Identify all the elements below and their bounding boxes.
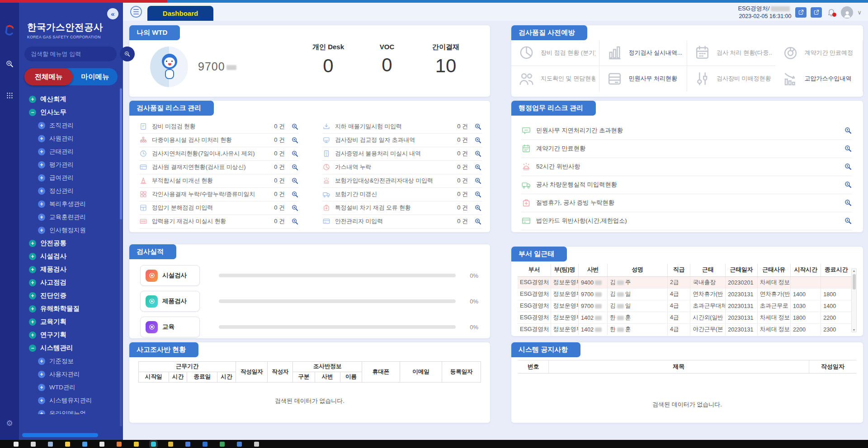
magnifier-icon[interactable] bbox=[291, 163, 299, 171]
user-avatar[interactable] bbox=[841, 6, 853, 19]
column-header[interactable]: 근태일자 bbox=[726, 264, 757, 277]
column-header[interactable]: 직급 bbox=[668, 264, 690, 277]
menu-search-input[interactable] bbox=[24, 47, 117, 61]
sidebar-menu-item[interactable]: + 기준정보 bbox=[19, 355, 123, 368]
taskbar-app-icon[interactable] bbox=[99, 442, 104, 447]
chevron-down-icon[interactable]: ∨ bbox=[857, 9, 862, 16]
taskbar-app-icon[interactable] bbox=[31, 442, 36, 447]
expand-toggle-icon[interactable]: + bbox=[29, 253, 36, 260]
column-header[interactable]: 사번 bbox=[578, 264, 607, 277]
sidebar-menu-item[interactable]: + 안전공통 bbox=[19, 237, 123, 250]
magnifier-icon[interactable] bbox=[844, 199, 852, 207]
magnifier-icon[interactable] bbox=[474, 218, 482, 225]
sidebar-menu-item[interactable]: + 유해화학물질 bbox=[19, 302, 123, 315]
menu-grid-icon[interactable] bbox=[6, 92, 14, 99]
sidebar-menu-item[interactable]: + 시스템유지관리 bbox=[19, 394, 123, 407]
tab-my-menu[interactable]: 마이메뉴 bbox=[73, 68, 118, 85]
prevention-tile[interactable]: 검사 처리 현황(다중... bbox=[687, 40, 775, 66]
sidebar-menu-item[interactable]: + 인사행정지원 bbox=[19, 224, 123, 237]
expand-toggle-icon[interactable]: + bbox=[29, 318, 36, 326]
table-row[interactable]: ESG경영처 정보운영부 1402 한훈 4급 야간근무(본 20230131 … bbox=[518, 324, 851, 335]
sidebar-menu-item[interactable]: + 급여관리 bbox=[19, 171, 123, 184]
taskbar-app-icon[interactable] bbox=[151, 442, 156, 447]
sidebar-menu-item[interactable]: + 시설검사 bbox=[19, 250, 123, 263]
prevention-tile[interactable]: 계약기간 만료예정 bbox=[775, 40, 863, 66]
prevention-tile[interactable]: 고압가스수입내역 bbox=[775, 66, 863, 92]
prevention-tile[interactable]: 검사장비 미배정현황 bbox=[687, 66, 775, 92]
sidebar-menu-item[interactable]: + 복리후생관리 bbox=[19, 197, 123, 210]
taskbar-app-icon[interactable] bbox=[48, 442, 53, 447]
expand-toggle-icon[interactable]: + bbox=[38, 135, 45, 142]
taskbar-app-icon[interactable] bbox=[134, 442, 139, 447]
expand-toggle-icon[interactable]: + bbox=[38, 214, 45, 221]
magnifier-icon[interactable] bbox=[291, 204, 299, 212]
expand-toggle-icon[interactable]: + bbox=[29, 266, 36, 273]
expand-toggle-icon[interactable]: + bbox=[38, 371, 45, 378]
column-header[interactable]: 근태사유 bbox=[757, 264, 790, 277]
magnifier-icon[interactable] bbox=[474, 136, 482, 144]
sidebar-collapse-button[interactable]: « bbox=[107, 8, 118, 19]
sidebar-menu-item[interactable]: + 연구기획 bbox=[19, 328, 123, 341]
performance-category-button[interactable]: 시설검사 bbox=[140, 265, 200, 286]
expand-toggle-icon[interactable]: − bbox=[29, 345, 36, 352]
taskbar-app-icon[interactable] bbox=[168, 442, 173, 447]
expand-toggle-icon[interactable]: + bbox=[29, 96, 36, 103]
column-header[interactable]: 근태 bbox=[690, 264, 726, 277]
table-vertical-scrollbar[interactable]: ▲ ▼ bbox=[851, 268, 857, 332]
magnifier-icon[interactable] bbox=[844, 217, 852, 225]
expand-toggle-icon[interactable]: − bbox=[29, 109, 36, 116]
column-header[interactable]: 부(팀)명 bbox=[551, 264, 578, 277]
notifications-button[interactable] bbox=[826, 7, 837, 18]
stat-value[interactable]: 0 bbox=[312, 55, 344, 77]
open-window-button[interactable] bbox=[795, 7, 807, 18]
scrollbar-thumb[interactable] bbox=[120, 89, 122, 219]
scroll-up-arrow[interactable]: ▲ bbox=[852, 269, 856, 272]
stat-value[interactable]: 10 bbox=[429, 55, 462, 77]
sidebar-menu-item[interactable]: + 제품검사 bbox=[19, 263, 123, 276]
magnifier-icon[interactable] bbox=[844, 126, 852, 135]
magnifier-icon[interactable] bbox=[474, 204, 482, 212]
magnifier-icon[interactable] bbox=[291, 191, 299, 198]
expand-toggle-icon[interactable]: + bbox=[38, 384, 45, 391]
expand-toggle-icon[interactable]: + bbox=[38, 187, 45, 195]
column-header[interactable]: 시작시간 bbox=[790, 264, 821, 277]
table-row[interactable]: ESG경영처 정보운영부 9700 김일 4급 초과근무대체 20230131 … bbox=[518, 300, 851, 312]
sidebar-menu-item[interactable]: + 온라인메뉴얼 bbox=[19, 407, 123, 414]
sidebar-vertical-scrollbar[interactable] bbox=[120, 88, 122, 426]
magnifier-icon[interactable] bbox=[291, 218, 299, 225]
taskbar-app-icon[interactable] bbox=[237, 442, 242, 447]
open-popup-button[interactable] bbox=[811, 7, 822, 18]
expand-toggle-icon[interactable]: + bbox=[29, 305, 36, 313]
hamburger-menu-icon[interactable] bbox=[130, 6, 142, 18]
expand-toggle-icon[interactable]: + bbox=[38, 410, 45, 415]
column-header[interactable]: 성명 bbox=[608, 264, 668, 277]
sidebar-menu-item[interactable]: + 조직관리 bbox=[19, 119, 123, 132]
expand-toggle-icon[interactable]: + bbox=[38, 174, 45, 182]
sidebar-menu-item[interactable]: + 교육훈련관리 bbox=[19, 210, 123, 224]
magnifier-icon[interactable] bbox=[474, 123, 482, 131]
performance-category-button[interactable]: 교육 bbox=[140, 317, 200, 337]
sidebar-menu-item[interactable]: + 사용자관리 bbox=[19, 368, 123, 381]
taskbar-app-icon[interactable] bbox=[254, 442, 259, 447]
expand-toggle-icon[interactable]: + bbox=[38, 397, 45, 404]
taskbar-app-icon[interactable] bbox=[117, 442, 122, 447]
sidebar-horizontal-scrollbar[interactable] bbox=[22, 433, 98, 437]
expand-toggle-icon[interactable]: + bbox=[38, 148, 45, 155]
prevention-tile[interactable]: 민원사무 처리현황 bbox=[599, 66, 688, 92]
sidebar-menu-item[interactable]: + 진단인증 bbox=[19, 289, 123, 302]
expand-toggle-icon[interactable]: + bbox=[29, 279, 36, 286]
taskbar-app-icon[interactable] bbox=[65, 442, 70, 447]
tab-dashboard[interactable]: Dashboard bbox=[147, 6, 213, 21]
taskbar-app-icon[interactable] bbox=[203, 442, 208, 447]
sidebar-menu-item[interactable]: + 예산회계 bbox=[19, 93, 123, 106]
scroll-down-arrow[interactable]: ▼ bbox=[852, 328, 856, 331]
stat-value[interactable]: 0 bbox=[371, 54, 403, 76]
settings-gear-icon[interactable]: ⚙ bbox=[0, 419, 19, 428]
magnifier-icon[interactable] bbox=[844, 163, 852, 171]
magnifier-icon[interactable] bbox=[291, 123, 299, 131]
magnifier-icon[interactable] bbox=[474, 150, 482, 158]
prevention-tile[interactable]: 지도확인 및 면담현황 bbox=[511, 66, 599, 92]
magnifier-icon[interactable] bbox=[291, 136, 299, 144]
expand-toggle-icon[interactable]: + bbox=[38, 227, 45, 234]
sidebar-menu-item[interactable]: + 정산관리 bbox=[19, 184, 123, 197]
